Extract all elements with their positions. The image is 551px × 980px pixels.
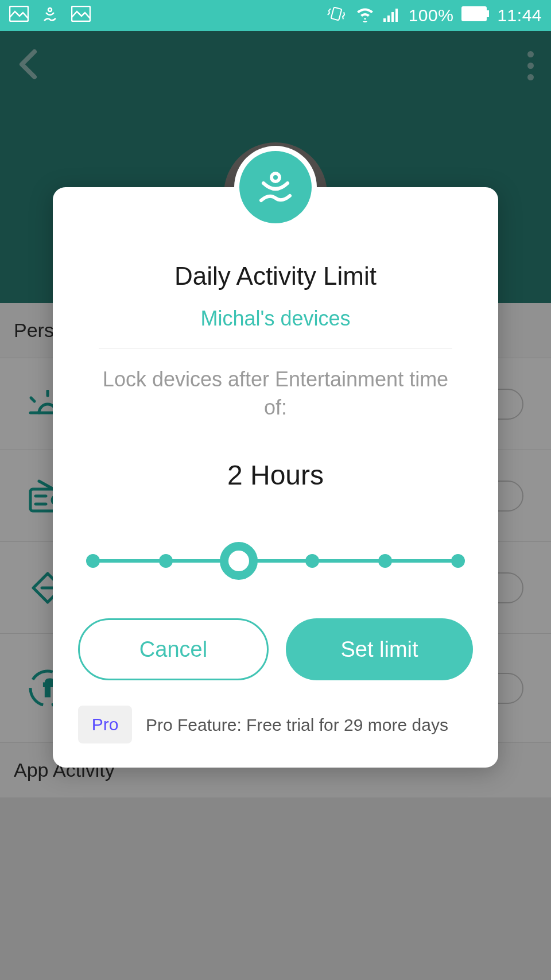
svg-rect-3 bbox=[331, 7, 342, 20]
modal-subtitle: Michal's devices bbox=[78, 307, 473, 331]
svg-rect-8 bbox=[462, 7, 486, 21]
app-logo-circle bbox=[234, 146, 317, 228]
svg-point-1 bbox=[48, 8, 52, 11]
modal-description: Lock devices after Entertainment time of… bbox=[78, 366, 473, 421]
svg-rect-9 bbox=[487, 11, 488, 17]
clock-time: 11:44 bbox=[497, 6, 542, 25]
selected-limit-value: 2 Hours bbox=[78, 459, 473, 491]
time-limit-slider[interactable] bbox=[93, 548, 458, 574]
picture-icon bbox=[9, 6, 29, 26]
set-limit-button[interactable]: Set limit bbox=[286, 618, 473, 680]
signal-icon bbox=[383, 6, 401, 26]
svg-point-14 bbox=[271, 173, 280, 181]
pro-feature-text: Pro Feature: Free trial for 29 more days bbox=[146, 714, 473, 736]
slider-thumb[interactable] bbox=[220, 542, 258, 580]
svg-rect-6 bbox=[391, 12, 394, 22]
svg-rect-5 bbox=[387, 16, 390, 22]
cancel-button[interactable]: Cancel bbox=[78, 618, 269, 680]
battery-percent: 100% bbox=[409, 6, 454, 25]
modal-title: Daily Activity Limit bbox=[78, 262, 473, 290]
status-bar: 100% 11:44 bbox=[0, 0, 551, 31]
wifi-icon bbox=[355, 5, 375, 26]
picture-icon bbox=[71, 6, 91, 26]
svg-rect-4 bbox=[383, 18, 386, 22]
vibrate-icon bbox=[326, 3, 347, 28]
daily-activity-limit-modal: Daily Activity Limit Michal's devices Lo… bbox=[53, 187, 498, 768]
app-icon bbox=[41, 5, 59, 27]
divider bbox=[99, 348, 452, 348]
svg-rect-7 bbox=[395, 9, 398, 22]
battery-icon bbox=[461, 6, 489, 25]
pro-badge[interactable]: Pro bbox=[78, 706, 132, 743]
